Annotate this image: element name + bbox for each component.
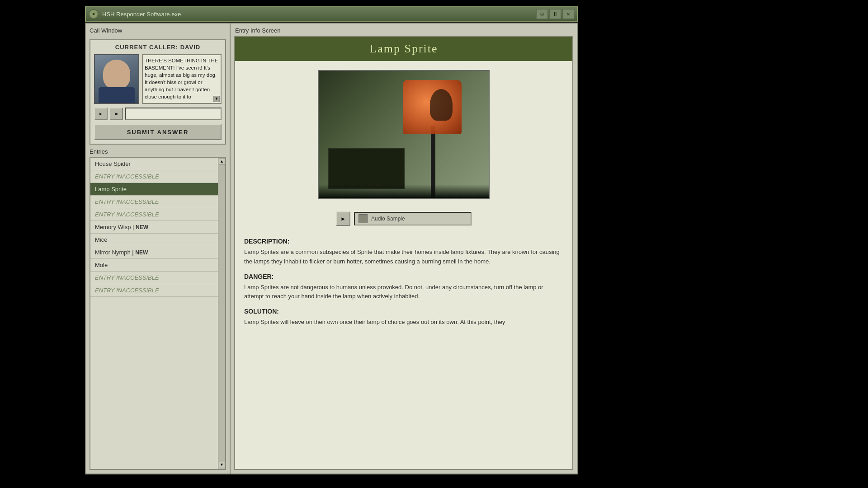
description-text: Lamp Sprites are a common subspecies of … (244, 248, 563, 267)
entries-section: Entries House SpiderENTRY INACCESSIBLELa… (90, 148, 226, 470)
current-caller-label: CURRENT CALLER: DAVID (94, 44, 222, 51)
title-bar-left: ● HSH Responder Software.exe (89, 9, 181, 19)
entry-item[interactable]: ENTRY INACCESSIBLE (90, 284, 225, 297)
entry-description: DESCRIPTION: Lamp Sprites are a common s… (235, 233, 572, 469)
entry-title: Lamp Sprite (369, 42, 438, 55)
app-icon: ● (89, 9, 99, 19)
title-bar: ● HSH Responder Software.exe ⊞ ⏸ ✕ (85, 6, 578, 22)
call-window-label: Call Window (90, 27, 226, 34)
entries-label: Entries (90, 148, 226, 155)
caller-text-box: THERE'S SOMETHING IN THE BASEMENT! I've … (142, 54, 222, 104)
caller-content: THERE'S SOMETHING IN THE BASEMENT! I've … (94, 54, 222, 104)
audio-play-button[interactable]: ▶ (336, 211, 350, 226)
entry-item[interactable]: ENTRY INACCESSIBLE (90, 208, 225, 221)
audio-sample-area: ▶ Audio Sample (235, 208, 572, 233)
entry-item[interactable]: Mole (90, 259, 225, 272)
scroll-down-arrow[interactable]: ▼ (219, 462, 225, 468)
entry-item[interactable]: Mirror Nymph | NEW (90, 246, 225, 259)
entry-item[interactable]: House Spider (90, 158, 225, 170)
danger-title: DANGER: (244, 273, 563, 280)
right-panel: Entry Info Screen Lamp Sprite ▶ (231, 23, 577, 474)
danger-text: Lamp Sprites are not dangerous to humans… (244, 283, 563, 302)
answer-input[interactable] (125, 108, 222, 120)
description-title: DESCRIPTION: (244, 238, 563, 245)
audio-controls: ▶ ■ (94, 108, 222, 120)
caller-scroll-down[interactable]: ▼ (213, 96, 220, 102)
entry-info-box: Lamp Sprite ▶ Audio Sample (234, 36, 573, 470)
scroll-up-arrow[interactable]: ▲ (219, 159, 225, 165)
entry-item[interactable]: Lamp Sprite (90, 183, 225, 196)
audio-sample-bar: Audio Sample (354, 212, 472, 225)
entry-item[interactable]: ENTRY INACCESSIBLE (90, 196, 225, 208)
entry-image-area (235, 61, 572, 208)
title-bar-controls[interactable]: ⊞ ⏸ ✕ (536, 9, 574, 19)
stop-button[interactable]: ■ (109, 108, 123, 120)
pause-button[interactable]: ⏸ (549, 9, 561, 19)
audio-sample-label: Audio Sample (371, 216, 405, 222)
caller-message: THERE'S SOMETHING IN THE BASEMENT! I've … (143, 55, 221, 103)
entry-item[interactable]: Memory Wisp | NEW (90, 221, 225, 234)
audio-indicator (359, 214, 368, 223)
entry-info-label: Entry Info Screen (231, 23, 577, 36)
left-panel: Call Window CURRENT CALLER: DAVID THERE'… (86, 23, 231, 474)
app-title: HSH Responder Software.exe (102, 11, 181, 18)
entry-item[interactable]: Mice (90, 234, 225, 246)
solution-title: SOLUTION: (244, 308, 563, 315)
entries-list: House SpiderENTRY INACCESSIBLELamp Sprit… (90, 157, 226, 470)
entry-title-bar: Lamp Sprite (235, 37, 572, 61)
call-window-box: CURRENT CALLER: DAVID THERE'S SOMETHING … (90, 39, 226, 145)
main-container: Call Window CURRENT CALLER: DAVID THERE'… (85, 23, 578, 474)
caller-image (94, 54, 139, 104)
entry-item[interactable]: ENTRY INACCESSIBLE (90, 272, 225, 284)
entry-item[interactable]: ENTRY INACCESSIBLE (90, 170, 225, 183)
entry-creature-image (318, 70, 490, 199)
submit-answer-button[interactable]: SUBMIT ANSWER (94, 124, 222, 140)
solution-text: Lamp Sprites will leave on their own onc… (244, 318, 563, 327)
minimize-button[interactable]: ⊞ (536, 9, 548, 19)
entries-scrollbar[interactable]: ▲ ▼ (218, 158, 225, 469)
play-button[interactable]: ▶ (94, 108, 108, 120)
close-button[interactable]: ✕ (562, 9, 574, 19)
